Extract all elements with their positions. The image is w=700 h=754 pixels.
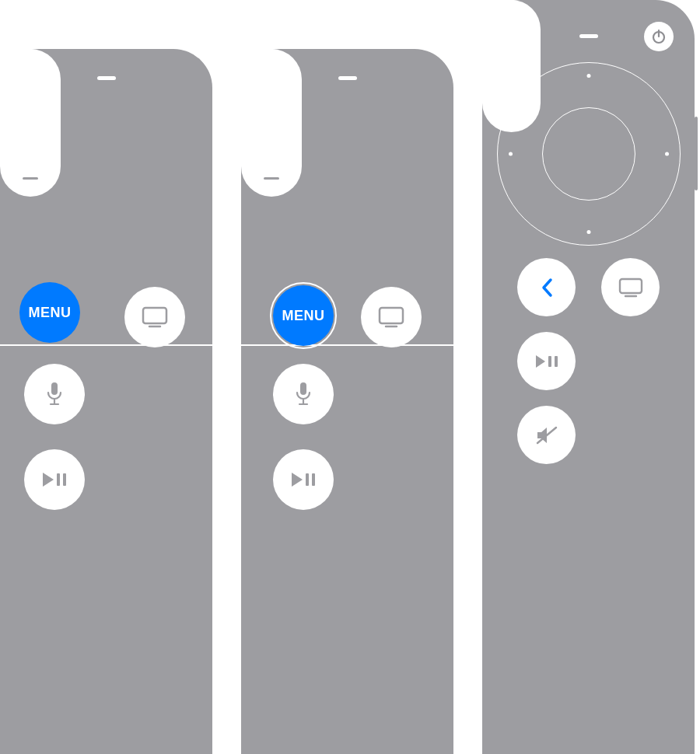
mute-button[interactable] <box>517 406 576 464</box>
play-pause-icon <box>290 471 317 488</box>
clickpad-dot-right <box>665 152 669 156</box>
back-button[interactable] <box>517 258 576 316</box>
tv-icon <box>378 306 404 328</box>
touch-surface-divider <box>0 344 212 346</box>
ir-window <box>97 76 116 80</box>
menu-button[interactable]: MENU <box>19 282 80 343</box>
siri-mic-button[interactable] <box>24 364 85 424</box>
play-pause-button[interactable] <box>517 332 576 390</box>
svg-rect-15 <box>312 473 315 486</box>
svg-rect-18 <box>620 279 642 293</box>
menu-button[interactable]: MENU <box>273 285 334 346</box>
siri-remote-gen2 <box>482 0 695 754</box>
svg-rect-14 <box>306 473 309 486</box>
siri-remote-gen1-a: MENU <box>0 49 212 754</box>
ir-window <box>579 34 598 38</box>
menu-button-label: MENU <box>29 305 72 321</box>
clickpad-dot-left <box>509 152 513 156</box>
volume-down-icon <box>23 177 38 180</box>
clickpad-center[interactable] <box>542 107 635 201</box>
svg-marker-20 <box>536 355 545 368</box>
siri-side-button[interactable] <box>695 117 698 190</box>
volume-down-icon <box>264 177 279 180</box>
power-button[interactable] <box>644 22 674 51</box>
svg-rect-21 <box>548 356 551 367</box>
svg-rect-7 <box>63 473 66 486</box>
play-pause-icon <box>534 354 559 369</box>
clickpad-dot-up <box>586 74 590 78</box>
clickpad-dot-down <box>586 230 590 234</box>
touch-surface-divider <box>241 344 453 346</box>
ir-window <box>338 76 357 80</box>
svg-rect-8 <box>380 308 403 323</box>
tv-home-button[interactable] <box>124 287 185 347</box>
tv-home-button[interactable] <box>361 287 422 347</box>
svg-marker-5 <box>43 473 54 487</box>
menu-button-label: MENU <box>282 308 325 324</box>
svg-rect-2 <box>51 382 58 395</box>
tv-icon <box>142 306 168 328</box>
volume-rocker[interactable] <box>241 49 302 197</box>
svg-rect-22 <box>555 356 558 367</box>
siri-mic-button[interactable] <box>273 364 334 424</box>
svg-rect-6 <box>57 473 60 486</box>
mute-icon <box>535 425 558 445</box>
mic-icon <box>295 382 312 407</box>
chevron-left-icon <box>541 278 553 298</box>
svg-marker-13 <box>292 473 303 487</box>
play-pause-button[interactable] <box>24 449 85 510</box>
tv-home-button[interactable] <box>601 258 660 316</box>
play-pause-button[interactable] <box>273 449 334 510</box>
play-pause-icon <box>41 471 68 488</box>
svg-rect-10 <box>300 382 306 395</box>
volume-rocker[interactable] <box>0 49 61 197</box>
tv-icon <box>618 278 643 298</box>
svg-rect-0 <box>143 308 166 323</box>
power-icon <box>651 29 667 44</box>
mic-icon <box>46 382 63 407</box>
clickpad-ring[interactable] <box>497 62 681 246</box>
siri-remote-gen1-b: MENU <box>241 49 453 754</box>
